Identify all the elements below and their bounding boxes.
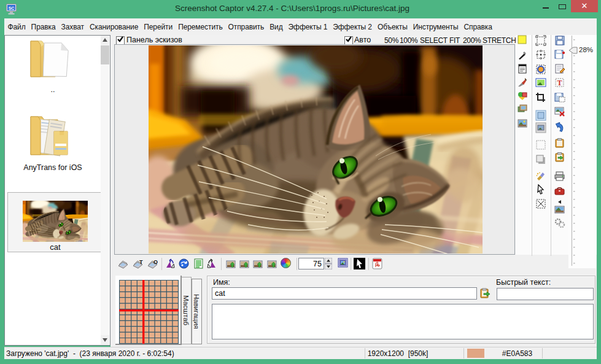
svg-text:O: O (153, 259, 158, 265)
svg-text:SC: SC (9, 6, 15, 10)
svg-text:T: T (139, 259, 143, 265)
svg-text:T: T (557, 79, 562, 87)
